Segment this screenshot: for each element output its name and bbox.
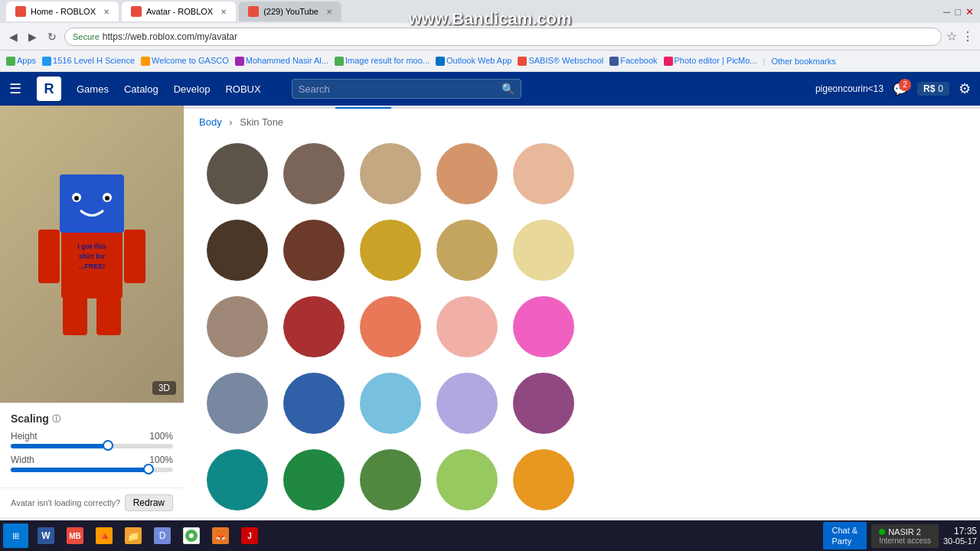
vlc-icon: 🔺: [96, 527, 113, 544]
address-text: https://web.roblox.com/my/avatar: [103, 31, 237, 42]
nav-search-input[interactable]: [299, 83, 501, 95]
breadcrumb-parent[interactable]: Body: [199, 116, 222, 128]
skin-tone-row-5: [207, 449, 957, 510]
nav-catalog[interactable]: Catalog: [124, 83, 158, 95]
notification-badge: 2: [899, 79, 911, 91]
skin-tone-tan[interactable]: [360, 143, 421, 204]
nav-robux[interactable]: ROBUX: [225, 83, 260, 95]
nav-games[interactable]: Games: [77, 83, 109, 95]
bookmark-picmonkey[interactable]: Photo editor | PicMo...: [664, 56, 757, 66]
skin-tone-pink-light[interactable]: [436, 296, 498, 357]
skin-tone-orange[interactable]: [513, 449, 574, 510]
skin-tone-cream[interactable]: [513, 220, 574, 281]
skin-tone-sky-blue[interactable]: [360, 373, 421, 434]
breadcrumb-separator: ›: [229, 116, 232, 128]
extensions-icon[interactable]: ☆: [946, 29, 957, 44]
skin-tone-steel-blue[interactable]: [207, 373, 268, 434]
internet-label: Internet access: [879, 536, 931, 545]
bookmark-other[interactable]: Other bookmarks: [771, 57, 835, 66]
avatar-preview: R6 R15 I got this shirt for ...FREE!: [0, 72, 184, 403]
secure-indicator: Secure: [73, 32, 100, 41]
skin-tone-reddish-brown[interactable]: [283, 220, 345, 281]
notifications-area[interactable]: 💬 2: [893, 82, 908, 96]
settings-nav-icon[interactable]: ⚙: [959, 80, 971, 97]
chat-party-button[interactable]: Chat & Party: [823, 522, 867, 549]
skin-tone-mauve[interactable]: [207, 296, 268, 357]
skin-tone-red[interactable]: [283, 296, 345, 357]
robux-badge[interactable]: R$ 0: [917, 82, 949, 96]
tab-home-close[interactable]: ✕: [103, 8, 109, 16]
browser-maximize[interactable]: □: [955, 6, 961, 18]
taskbar-mb[interactable]: MB: [60, 523, 90, 548]
height-scaling-row: Height 100%: [11, 431, 173, 448]
search-icon[interactable]: 🔍: [501, 83, 514, 95]
skin-tone-dark-green[interactable]: [283, 449, 345, 510]
scaling-section: Scaling ⓘ Height 100% Width 100%: [0, 403, 184, 487]
taskbar-firefox[interactable]: 🦊: [206, 523, 235, 548]
forward-button[interactable]: ▶: [25, 29, 40, 44]
taskbar-discord[interactable]: D: [148, 523, 177, 548]
taskbar-chrome[interactable]: [177, 523, 206, 548]
skin-tone-medium-green[interactable]: [360, 449, 421, 510]
skin-tone-teal[interactable]: [207, 449, 268, 510]
bookmark-gasco[interactable]: Welcome to GASCO: [141, 56, 229, 66]
skin-tone-purple[interactable]: [513, 373, 574, 434]
svg-rect-4: [38, 230, 60, 283]
tab-avatar-close[interactable]: ✕: [220, 8, 227, 16]
skin-tone-peach-brown[interactable]: [436, 143, 498, 204]
tab-youtube-close[interactable]: ✕: [326, 8, 332, 16]
skin-tone-dark-gray[interactable]: [207, 143, 268, 204]
svg-text:shirt for: shirt for: [79, 253, 105, 260]
scaling-info-icon[interactable]: ⓘ: [52, 413, 60, 425]
start-button[interactable]: ⊞: [3, 523, 28, 548]
skin-tone-medium-brown[interactable]: [283, 143, 345, 204]
tab-avatar[interactable]: Avatar - ROBLOX ✕: [122, 2, 236, 21]
bookmark-science[interactable]: 1516 Level H Science: [42, 56, 135, 66]
width-slider-thumb[interactable]: [143, 464, 154, 474]
roblox-logo-icon[interactable]: R: [37, 77, 61, 101]
bookmark-mohammed[interactable]: Mohammed Nasir Al...: [235, 56, 328, 66]
skin-tone-tan2[interactable]: [436, 220, 498, 281]
height-slider-thumb[interactable]: [103, 440, 113, 451]
bookmark-sabis[interactable]: SABIS® Webschool: [518, 56, 603, 66]
nav-develop[interactable]: Develop: [174, 83, 211, 95]
svg-point-11: [74, 196, 79, 201]
width-label: Width: [11, 455, 34, 465]
bookmark-outlook[interactable]: Outlook Web App: [436, 56, 511, 66]
tab-youtube[interactable]: (229) YouTube ✕: [239, 2, 341, 21]
skin-tone-blue[interactable]: [283, 373, 345, 434]
width-slider-track: [11, 468, 173, 472]
settings-icon[interactable]: ⋮: [962, 29, 974, 44]
height-slider-track: [11, 444, 173, 448]
browser-close[interactable]: ✕: [965, 6, 974, 18]
tab-home[interactable]: Home - ROBLOX ✕: [6, 2, 119, 21]
nav-search-box[interactable]: 🔍: [292, 79, 521, 99]
refresh-button[interactable]: ↻: [44, 29, 60, 44]
height-value: 100%: [149, 431, 173, 442]
back-button[interactable]: ◀: [6, 29, 21, 44]
skin-tone-dark-brown[interactable]: [207, 220, 268, 281]
hamburger-icon[interactable]: ☰: [9, 80, 21, 97]
skin-tone-light-green[interactable]: [436, 449, 498, 510]
skin-tone-lavender[interactable]: [436, 373, 498, 434]
skin-tone-row-2: [207, 220, 957, 281]
taskbar-vlc[interactable]: 🔺: [90, 523, 119, 548]
bookmark-facebook[interactable]: Facebook: [609, 56, 657, 66]
time-display: 17:35: [943, 526, 977, 536]
height-label: Height: [11, 431, 38, 442]
bookmark-image[interactable]: Image result for moo...: [335, 56, 430, 66]
redraw-button[interactable]: Redraw: [125, 494, 173, 511]
svg-point-14: [189, 533, 194, 538]
skin-tone-light-peach[interactable]: [513, 143, 574, 204]
taskbar-files[interactable]: 📁: [119, 523, 148, 548]
taskbar-java[interactable]: J: [235, 523, 264, 548]
address-bar[interactable]: Secure https://web.roblox.com/my/avatar: [64, 28, 942, 46]
avatar-panel: R6 R15 I got this shirt for ...FREE!: [0, 72, 184, 517]
skin-tone-hot-pink[interactable]: [513, 296, 574, 357]
skin-tone-gold[interactable]: [360, 220, 421, 281]
files-icon: 📁: [125, 527, 142, 544]
skin-tone-salmon[interactable]: [360, 296, 421, 357]
taskbar-word[interactable]: W: [31, 523, 60, 548]
bookmark-apps[interactable]: Apps: [6, 56, 36, 66]
browser-minimize[interactable]: ─: [943, 6, 950, 18]
